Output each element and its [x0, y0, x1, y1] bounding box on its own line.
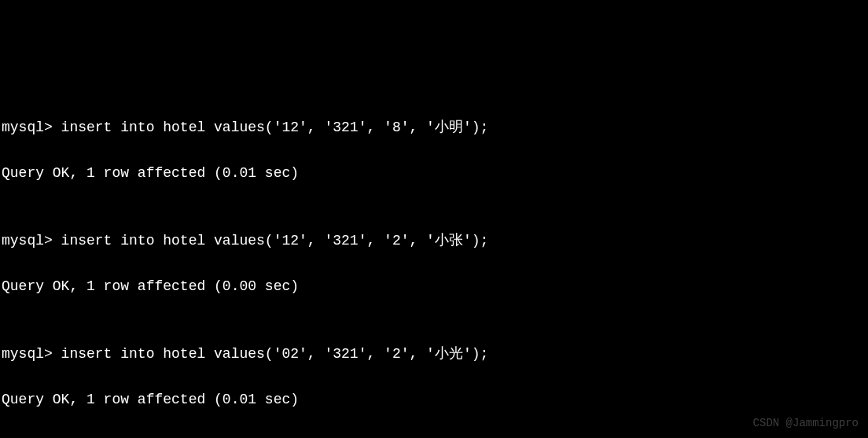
- watermark-text: CSDN @Jammingpro: [753, 414, 859, 432]
- sql-command-line: mysql> insert into hotel values('12', '3…: [2, 116, 866, 139]
- query-result-line: Query OK, 1 row affected (0.01 sec): [2, 162, 866, 185]
- query-result-line: Query OK, 1 row affected (0.00 sec): [2, 275, 866, 298]
- query-result-line: Query OK, 1 row affected (0.01 sec): [2, 388, 866, 411]
- sql-command-line: mysql> insert into hotel values('12', '3…: [2, 230, 866, 252]
- sql-command-line: mysql> insert into hotel values('02', '3…: [2, 343, 866, 366]
- terminal-output: mysql> insert into hotel values('12', '3…: [2, 94, 866, 438]
